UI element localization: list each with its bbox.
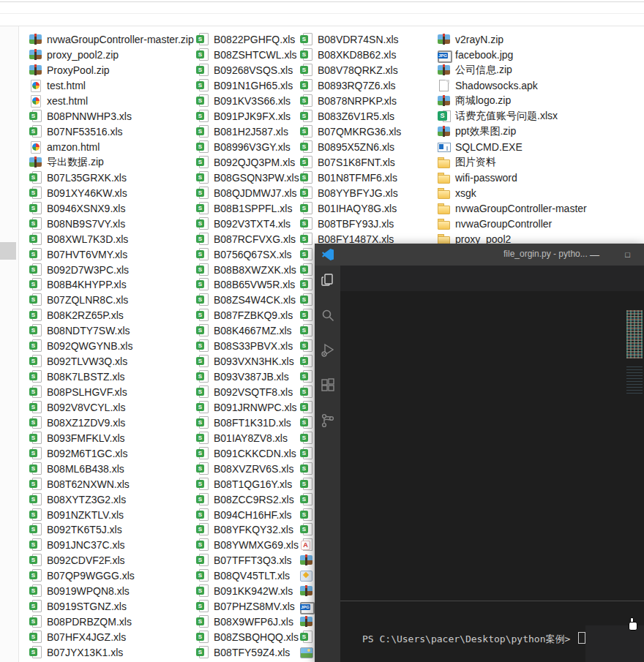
- file-item[interactable]: B092V3TXT4.xls: [196, 216, 299, 231]
- file-item[interactable]: B08X9WFP6J.xls: [196, 614, 299, 630]
- file-item[interactable]: B07HFX4JGZ.xls: [29, 630, 194, 645]
- file-item[interactable]: B091NZKTLV.xls: [29, 507, 194, 522]
- file-item[interactable]: B08NB9S7VY.xls: [29, 216, 194, 231]
- file-item[interactable]: B08TFY59Z4.xls: [196, 645, 299, 661]
- file-item[interactable]: ProxyPool.zip: [29, 63, 194, 78]
- file-item[interactable]: B092VSQTF8.xls: [196, 385, 299, 400]
- file-item[interactable]: B092CDVF2F.xls: [29, 553, 194, 568]
- file-item[interactable]: B07JYX13K1.xls: [29, 645, 194, 661]
- file-item[interactable]: B094CH16HF.xls: [196, 507, 299, 522]
- file-item[interactable]: B0878NRPKP.xls: [300, 94, 401, 109]
- file-item[interactable]: 商城logo.zip: [438, 94, 587, 109]
- file-item[interactable]: B08QJDMWJ7.xls: [196, 185, 299, 200]
- file-item[interactable]: proxy_pool2.zip: [29, 48, 194, 63]
- file-item[interactable]: 图片资料: [438, 155, 587, 170]
- file-item[interactable]: B092TK6T5J.xls: [29, 522, 194, 538]
- file-item[interactable]: ppt效果图.zip: [438, 124, 587, 140]
- file-item[interactable]: B091N1GH65.xls: [196, 78, 299, 94]
- file-item[interactable]: B08996V3GY.xls: [196, 140, 299, 155]
- file-item[interactable]: B08PDRBZQM.xls: [29, 614, 194, 630]
- file-item[interactable]: B07L35GRXK.xls: [29, 170, 194, 185]
- file-item[interactable]: B08B65VW5R.xls: [196, 277, 299, 293]
- file-item[interactable]: B09268VSQS.xls: [196, 63, 299, 78]
- file-item[interactable]: B092QJQ3PM.xls: [196, 155, 299, 170]
- maximize-button[interactable]: □: [611, 244, 644, 266]
- file-item[interactable]: Shadowsocks.apk: [438, 78, 587, 94]
- file-item[interactable]: B0946XSNX9.xls: [29, 200, 194, 216]
- file-item[interactable]: B08XKD8B62.xls: [300, 48, 401, 63]
- file-item[interactable]: B01IAY8ZV8.xls: [196, 430, 299, 445]
- file-item[interactable]: B091JNC37C.xls: [29, 538, 194, 553]
- file-item[interactable]: B081H2J587.xls: [196, 124, 299, 140]
- file-item[interactable]: 导出数据.zip: [29, 155, 194, 170]
- file-item[interactable]: B0756Q67SX.xls: [196, 247, 299, 262]
- file-item[interactable]: B08FT1K31D.xls: [196, 415, 299, 430]
- search-icon[interactable]: [319, 306, 337, 324]
- file-item[interactable]: B092V8VCYL.xls: [29, 400, 194, 415]
- file-item[interactable]: wifi-password: [438, 170, 587, 185]
- file-item[interactable]: nvwaGroupController-master.zip: [29, 32, 194, 48]
- file-item[interactable]: B08NDTY7SW.xls: [29, 323, 194, 339]
- file-item[interactable]: B08ZS4W4CK.xls: [196, 293, 299, 308]
- file-item[interactable]: B08XWL7K3D.xls: [29, 231, 194, 247]
- file-item[interactable]: B08V78QRKZ.xls: [300, 63, 401, 78]
- file-item[interactable]: B07HVT6VMY.xls: [29, 247, 194, 262]
- file-item[interactable]: B08K2RZ65P.xls: [29, 308, 194, 323]
- file-item[interactable]: 话费充值账号问题.xlsx: [438, 109, 587, 124]
- file-item[interactable]: B087FZBKQ9.xls: [196, 308, 299, 323]
- file-item[interactable]: nvwaGroupController-master: [438, 200, 587, 216]
- file-item[interactable]: B092D7W3PC.xls: [29, 262, 194, 277]
- minimap[interactable]: [625, 307, 644, 601]
- run-debug-icon[interactable]: [319, 342, 337, 359]
- file-item[interactable]: B093VXN3HK.xls: [196, 354, 299, 369]
- file-item[interactable]: B08PSLHGVF.xls: [29, 385, 194, 400]
- docked-taskbar-handle[interactable]: [0, 242, 16, 260]
- explorer-icon[interactable]: [319, 271, 337, 289]
- file-item[interactable]: B07QMKRG36.xls: [300, 124, 401, 140]
- file-item[interactable]: B07NF53516.xls: [29, 124, 194, 140]
- file-item[interactable]: test.html: [29, 78, 194, 94]
- file-item[interactable]: B08YFKQY32.xls: [196, 522, 299, 538]
- file-item[interactable]: B0919STGNZ.xls: [29, 599, 194, 614]
- file-item[interactable]: B08YYBFYJG.xls: [300, 185, 401, 200]
- file-item[interactable]: B08ML6B438.xls: [29, 461, 194, 476]
- file-item[interactable]: B08B8XWZXK.xls: [196, 262, 299, 277]
- file-item[interactable]: B08GSQN3PW.xls: [196, 170, 299, 185]
- file-item[interactable]: B08B1SPPFL.xls: [196, 200, 299, 216]
- file-item[interactable]: B08XYTZ3G2.xls: [29, 492, 194, 507]
- file-item[interactable]: B08T62NXWN.xls: [29, 476, 194, 492]
- breadcrumb[interactable]: [340, 291, 644, 307]
- explorer-nav-pane[interactable]: [0, 26, 19, 662]
- file-item[interactable]: B07S1K8FNT.xls: [300, 155, 401, 170]
- file-item[interactable]: v2rayN.zip: [438, 32, 587, 48]
- file-item[interactable]: B08K4667MZ.xls: [196, 323, 299, 339]
- source-control-icon[interactable]: [319, 412, 337, 429]
- file-item[interactable]: B08QV45TLT.xls: [196, 568, 299, 584]
- file-item[interactable]: B091KV3S66.xls: [196, 94, 299, 109]
- file-item[interactable]: B091CKKCDN.xls: [196, 445, 299, 461]
- file-item[interactable]: SQLCMD.EXE: [438, 140, 587, 155]
- file-item[interactable]: B092QWGYNB.xls: [29, 339, 194, 354]
- file-item[interactable]: B07TFFT3Q3.xls: [196, 553, 299, 568]
- minimize-button[interactable]: —: [578, 244, 611, 266]
- file-item[interactable]: B08VDR74SN.xls: [300, 32, 401, 48]
- file-item[interactable]: B08ZCC9RS2.xls: [196, 492, 299, 507]
- file-item[interactable]: B093V387JB.xls: [196, 369, 299, 385]
- file-item[interactable]: xsgk: [438, 185, 587, 200]
- file-item[interactable]: nvwaGroupController: [438, 216, 587, 231]
- file-item[interactable]: B07ZQLNR8C.xls: [29, 293, 194, 308]
- extensions-icon[interactable]: [319, 377, 337, 394]
- file-item[interactable]: B083Z6V1R5.xls: [300, 109, 401, 124]
- file-item[interactable]: B091KK942W.xls: [196, 584, 299, 599]
- file-item[interactable]: B0895X5ZN6.xls: [300, 140, 401, 155]
- file-item[interactable]: B0893RQ7Z6.xls: [300, 78, 401, 94]
- file-item[interactable]: B01N8TFMF6.xls: [300, 170, 401, 185]
- file-item[interactable]: 公司信息.zip: [438, 63, 587, 78]
- file-item[interactable]: B091PJK9FX.xls: [196, 109, 299, 124]
- file-item[interactable]: B08B4KHYPP.xls: [29, 277, 194, 293]
- file-item[interactable]: B08XZ1ZDV9.xls: [29, 415, 194, 430]
- file-item[interactable]: B0919WPQN8.xls: [29, 584, 194, 599]
- file-item[interactable]: B092M6T1GC.xls: [29, 445, 194, 461]
- file-item[interactable]: amzon.html: [29, 140, 194, 155]
- vscode-titlebar[interactable]: file_orgin.py - pytho... — □: [315, 244, 644, 266]
